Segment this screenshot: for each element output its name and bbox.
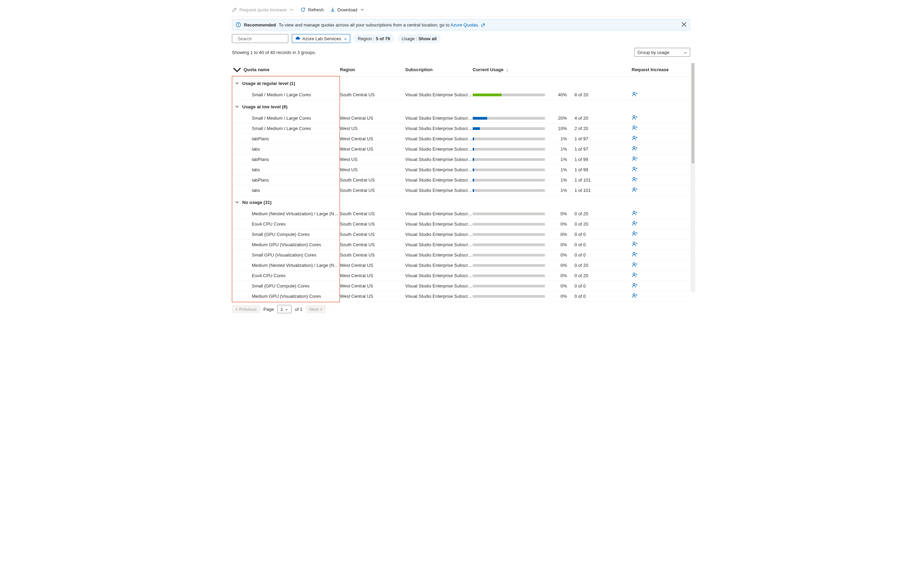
- cell-usage-bar: [473, 93, 558, 96]
- provider-dropdown[interactable]: Azure Lab Services: [292, 34, 350, 43]
- pager-page-select[interactable]: 1: [277, 305, 291, 313]
- table-row[interactable]: Esv4 CPU CoresWest Central USVisual Stud…: [232, 271, 690, 281]
- request-increase-button[interactable]: [632, 233, 638, 238]
- cell-quota-name: labPlans: [242, 157, 340, 162]
- svg-point-5: [633, 126, 635, 128]
- table-row[interactable]: Medium GPU (Visualization) CoresSouth Ce…: [232, 240, 690, 250]
- request-increase-button[interactable]: [632, 137, 638, 142]
- col-header-name[interactable]: Quota name: [242, 67, 340, 72]
- cell-usage-percent: 1%: [558, 136, 569, 141]
- table-row[interactable]: Medium (Nested Virtualization) / Large (…: [232, 260, 690, 271]
- request-increase-button[interactable]: [632, 253, 638, 258]
- vertical-scrollbar[interactable]: [691, 63, 695, 291]
- table-row[interactable]: labPlansSouth Central USVisual Studio En…: [232, 175, 690, 185]
- scrollbar-thumb[interactable]: [692, 63, 694, 163]
- request-increase-button[interactable]: [632, 274, 638, 279]
- cell-usage-percent: 1%: [558, 188, 569, 193]
- svg-point-16: [633, 252, 635, 255]
- table-row[interactable]: Esv4 CPU CoresSouth Central USVisual Stu…: [232, 219, 690, 229]
- table-row[interactable]: Small (GPU Compute) CoresWest Central US…: [232, 281, 690, 291]
- svg-point-10: [633, 177, 635, 180]
- table-row[interactable]: Small / Medium / Large CoresWest Central…: [232, 113, 690, 123]
- table-row[interactable]: labPlansWest Central USVisual Studio Ent…: [232, 134, 690, 144]
- usage-filter-label: Usage :: [402, 36, 417, 41]
- group-header[interactable]: Usage at low level (8): [232, 100, 690, 113]
- cell-usage-bar: [473, 212, 558, 215]
- col-header-request[interactable]: Request Increase: [632, 67, 669, 72]
- table-row[interactable]: labsSouth Central USVisual Studio Enterp…: [232, 185, 690, 196]
- info-icon: [235, 22, 241, 28]
- expand-all-toggle[interactable]: [232, 65, 242, 75]
- refresh-icon: [300, 7, 306, 12]
- group-header[interactable]: Usage at regular level (1): [232, 77, 690, 90]
- table-row[interactable]: Small GPU (Visualization) CoresSouth Cen…: [232, 250, 690, 260]
- request-increase-button[interactable]: [632, 264, 638, 269]
- cell-region: West Central US: [340, 147, 405, 152]
- table-row[interactable]: Small / Medium / Large CoresSouth Centra…: [232, 90, 690, 100]
- col-header-usage[interactable]: Current Usage ↓: [473, 67, 558, 72]
- cell-subscription: Visual Studio Enterprise Subscri…: [405, 211, 473, 216]
- svg-point-8: [633, 157, 635, 159]
- request-increase-button[interactable]: [632, 158, 638, 163]
- table-row[interactable]: Medium GPU (Visualization) CoresWest Cen…: [232, 291, 690, 302]
- cell-usage-percent: 0%: [558, 211, 569, 216]
- cell-subscription: Visual Studio Enterprise Subscri…: [405, 294, 473, 299]
- group-by-label: Group by usage: [638, 50, 669, 55]
- request-increase-button[interactable]: [632, 117, 638, 122]
- download-button[interactable]: Download: [330, 7, 365, 12]
- request-increase-button[interactable]: [632, 178, 638, 184]
- group-header[interactable]: No usage (31): [232, 196, 690, 209]
- search-input[interactable]: [232, 34, 288, 43]
- svg-point-11: [633, 188, 635, 190]
- azure-quotas-link[interactable]: Azure Quotas.: [451, 22, 479, 28]
- request-increase-button[interactable]: [632, 189, 638, 194]
- banner-close-button[interactable]: [681, 21, 687, 28]
- table-row[interactable]: labsWest Central USVisual Studio Enterpr…: [232, 144, 690, 154]
- cell-usage-percent: 0%: [558, 232, 569, 237]
- cell-subscription: Visual Studio Enterprise Subscri…: [405, 92, 473, 97]
- col-header-region[interactable]: Region: [340, 67, 405, 72]
- banner-text: To view and manage quotas across all you…: [279, 22, 485, 28]
- chevron-down-icon: [344, 37, 347, 40]
- table-row[interactable]: Medium (Nested Virtualization) / Large (…: [232, 209, 690, 219]
- request-quota-increase-button[interactable]: Request quota increase: [232, 7, 294, 12]
- usage-filter-pill[interactable]: Usage : Show all: [398, 34, 441, 43]
- quota-grid: Quota name Region Subscription Current U…: [232, 63, 690, 302]
- request-increase-button[interactable]: [632, 284, 638, 289]
- table-row[interactable]: Small / Medium / Large CoresWest USVisua…: [232, 123, 690, 134]
- cell-quota-name: Small / Medium / Large Cores: [242, 92, 340, 97]
- request-increase-button[interactable]: [632, 93, 638, 98]
- request-increase-button[interactable]: [632, 212, 638, 217]
- request-increase-button[interactable]: [632, 243, 638, 248]
- request-increase-button[interactable]: [632, 127, 638, 132]
- cell-region: South Central US: [340, 242, 405, 247]
- pager-previous-button[interactable]: < Previous: [232, 305, 260, 313]
- region-filter-pill[interactable]: Region : 5 of 79: [354, 34, 394, 43]
- pager-next-button[interactable]: Next >: [306, 305, 326, 313]
- toolbar: Request quota increase Refresh Download: [232, 6, 690, 17]
- cell-subscription: Visual Studio Enterprise Subscri…: [405, 167, 473, 172]
- table-row[interactable]: labPlansWest USVisual Studio Enterprise …: [232, 154, 690, 165]
- cell-subscription: Visual Studio Enterprise Subscri…: [405, 116, 473, 121]
- cell-usage-bar: [473, 137, 558, 140]
- chevron-down-icon: [232, 105, 242, 109]
- group-by-dropdown[interactable]: Group by usage: [634, 48, 690, 57]
- refresh-button[interactable]: Refresh: [300, 7, 324, 12]
- request-increase-button[interactable]: [632, 147, 638, 153]
- cell-subscription: Visual Studio Enterprise Subscri…: [405, 136, 473, 141]
- cell-subscription: Visual Studio Enterprise Subscri…: [405, 188, 473, 193]
- svg-point-9: [633, 167, 635, 169]
- cell-usage-percent: 1%: [558, 167, 569, 172]
- cell-usage-value: 1 of 101: [569, 188, 632, 193]
- col-header-subscription[interactable]: Subscription: [405, 67, 473, 72]
- table-row[interactable]: Small (GPU Compute) CoresSouth Central U…: [232, 229, 690, 240]
- request-increase-button[interactable]: [632, 295, 638, 300]
- request-increase-button[interactable]: [632, 168, 638, 173]
- cell-usage-percent: 1%: [558, 147, 569, 152]
- cell-region: West Central US: [340, 273, 405, 278]
- table-row[interactable]: labsWest USVisual Studio Enterprise Subs…: [232, 165, 690, 175]
- request-increase-button[interactable]: [632, 222, 638, 228]
- cell-usage-value: 0 of 0: [569, 252, 632, 258]
- search-field[interactable]: [237, 36, 296, 42]
- banner-strong: Recommended: [244, 22, 276, 28]
